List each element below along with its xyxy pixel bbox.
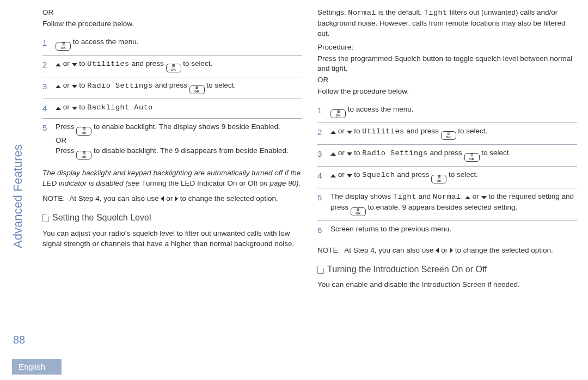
document-icon: [317, 266, 324, 274]
ok-button-icon: ☰OK: [76, 127, 91, 136]
section-body: You can adjust your radio's squelch leve…: [42, 229, 302, 249]
follow-text: Follow the procedure below.: [42, 19, 302, 29]
page-content: OR Follow the procedure below. 1 ☰OK to …: [0, 0, 588, 343]
step-row: 6 Screen returns to the previous menu.: [317, 221, 577, 240]
step-body: or to Radio Settings and press ☰OK to se…: [56, 81, 302, 94]
step-body: or to Utilities and press ☰OK to select.: [330, 126, 577, 140]
ok-button-icon: ☰OK: [166, 64, 181, 72]
note-label: NOTE:: [42, 194, 65, 204]
step-number: 2: [317, 126, 324, 138]
document-icon: [42, 214, 49, 222]
note-label: NOTE:: [317, 246, 340, 256]
step-number: 5: [42, 122, 49, 133]
up-arrow-icon: [465, 196, 470, 199]
ok-button-icon: ☰OK: [464, 153, 480, 162]
or-text: OR: [42, 8, 302, 18]
step-row: 2 or to Utilities and press ☰OK to selec…: [317, 123, 577, 145]
step-number: 3: [42, 81, 49, 92]
down-arrow-icon: [72, 85, 77, 88]
ok-button-icon: ☰OK: [351, 207, 366, 216]
section-heading: Turning the Introduction Screen On or Of…: [317, 263, 577, 275]
step-number: 5: [317, 192, 324, 203]
left-column: OR Follow the procedure below. 1 ☰OK to …: [42, 8, 302, 343]
procedure-label: Procedure:: [317, 42, 577, 53]
or-text: OR: [317, 75, 577, 85]
section-vertical-label: Advanced Features: [11, 144, 25, 248]
ok-button-icon: ☰OK: [441, 131, 456, 140]
step-row: 4 or to Backlight Auto: [42, 99, 302, 119]
step-row: 4 or to Squelch and press ☰OK to select.: [317, 167, 577, 188]
step-body: Press ☰OK to enable backlight. The displ…: [56, 122, 302, 160]
step-number: 1: [42, 37, 49, 48]
step-body: or to Backlight Auto: [56, 102, 302, 113]
down-arrow-icon: [481, 196, 487, 199]
section-body: You can enable and disable the Introduct…: [317, 280, 577, 290]
up-arrow-icon: [330, 152, 336, 156]
ok-button-icon: ☰OK: [330, 109, 346, 118]
step-body: Screen returns to the previous menu.: [330, 224, 577, 235]
note-body: At Step 4, you can also use or to change…: [69, 194, 278, 204]
ok-button-icon: ☰OK: [431, 175, 446, 183]
step-number: 2: [42, 59, 49, 70]
up-arrow-icon: [330, 174, 336, 177]
ok-button-icon: ☰OK: [189, 85, 205, 94]
down-arrow-icon: [347, 131, 352, 134]
step-number: 4: [42, 102, 49, 114]
step-row: 3 or to Radio Settings and press ☰OK to …: [317, 145, 577, 167]
step-number: 1: [317, 105, 324, 116]
step-body: ☰OK to access the menu.: [330, 105, 577, 118]
procedure-body: Press the programmed Squelch button to t…: [317, 54, 577, 75]
step-row: 1 ☰OK to access the menu.: [317, 101, 577, 123]
italic-note: The display backlight and keypad backlig…: [42, 168, 302, 189]
ok-button-icon: ☰OK: [76, 151, 91, 160]
note-block: NOTE: At Step 4, you can also use or to …: [317, 246, 577, 256]
up-arrow-icon: [56, 107, 61, 110]
step-row: 5 Press ☰OK to enable backlight. The dis…: [42, 119, 302, 164]
step-number: 3: [317, 148, 324, 160]
down-arrow-icon: [72, 63, 77, 66]
step-body: ☰OK to access the menu.: [56, 37, 302, 51]
step-body: or to Radio Settings and press ☰OK to se…: [330, 148, 577, 162]
down-arrow-icon: [347, 152, 352, 156]
step-number: 6: [317, 224, 324, 236]
step-row: 1 ☰OK to access the menu.: [42, 34, 302, 56]
section-heading: Setting the Squelch Level: [42, 212, 302, 224]
step-number: 4: [317, 170, 324, 181]
step-row: 2 or to Utilities and press ☰OK to selec…: [42, 56, 302, 77]
up-arrow-icon: [330, 131, 336, 134]
settings-text: Settings: Normal is the default. Tight f…: [317, 8, 577, 39]
step-body: or to Squelch and press ☰OK to select.: [330, 170, 577, 183]
step-body: or to Utilities and press ☰OK to select.: [56, 59, 302, 72]
note-block: NOTE: At Step 4, you can also use or to …: [42, 194, 302, 204]
follow-text: Follow the procedure below.: [317, 87, 577, 97]
right-column: Settings: Normal is the default. Tight f…: [317, 8, 577, 343]
ok-button-icon: ☰OK: [56, 42, 71, 51]
up-arrow-icon: [56, 63, 61, 66]
step-row: 3 or to Radio Settings and press ☰OK to …: [42, 77, 302, 99]
note-body: At Step 4, you can also use or to change…: [344, 246, 553, 256]
page-number: 88: [13, 334, 25, 346]
up-arrow-icon: [56, 85, 61, 88]
step-body: The display shows Tight and Normal. or t…: [330, 192, 577, 216]
down-arrow-icon: [347, 174, 352, 177]
language-tab: English: [12, 359, 62, 375]
step-row: 5 The display shows Tight and Normal. or…: [317, 188, 577, 221]
down-arrow-icon: [72, 107, 77, 110]
